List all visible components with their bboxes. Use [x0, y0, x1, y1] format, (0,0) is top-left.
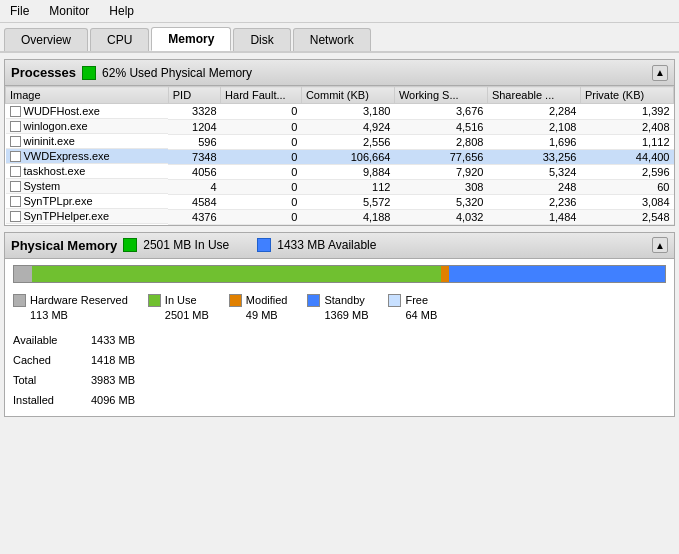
col-pid[interactable]: PID: [168, 87, 220, 104]
process-pid: 4: [168, 179, 220, 194]
phys-available-text: 1433 MB Available: [277, 238, 376, 252]
bar-hardware-reserved: [14, 266, 32, 282]
col-working[interactable]: Working S...: [394, 87, 487, 104]
table-row[interactable]: wininit.exe 596 0 2,556 2,808 1,696 1,11…: [6, 134, 674, 149]
stats-row: Cached 1418 MB: [13, 351, 135, 371]
bar-modified: [441, 266, 449, 282]
stats-label: Total: [13, 371, 83, 391]
process-name: SynTPLpr.exe: [24, 195, 93, 207]
col-shareable[interactable]: Shareable ...: [487, 87, 580, 104]
process-name: wininit.exe: [24, 135, 75, 147]
tab-overview[interactable]: Overview: [4, 28, 88, 51]
process-name: winlogon.exe: [24, 120, 88, 132]
legend-color-box: [13, 294, 26, 307]
process-commit: 9,884: [301, 164, 394, 179]
table-row[interactable]: WUDFHost.exe 3328 0 3,180 3,676 2,284 1,…: [6, 104, 674, 120]
process-hardfault: 0: [221, 179, 302, 194]
stats-label: Installed: [13, 391, 83, 411]
process-private: 2,596: [580, 164, 673, 179]
table-row[interactable]: SynTPLpr.exe 4584 0 5,572 5,320 2,236 3,…: [6, 194, 674, 209]
row-checkbox[interactable]: [10, 181, 21, 192]
process-shareable: 1,696: [487, 134, 580, 149]
physical-memory-section: Physical Memory 2501 MB In Use 1433 MB A…: [4, 232, 675, 418]
stats-row: Available 1433 MB: [13, 331, 135, 351]
process-hardfault: 0: [221, 164, 302, 179]
stats-label: Cached: [13, 351, 83, 371]
legend-item: Modified49 MB: [229, 293, 288, 324]
process-table-scroll[interactable]: Image PID Hard Fault... Commit (KB) Work…: [5, 86, 674, 225]
process-shareable: 5,324: [487, 164, 580, 179]
legend-item: In Use2501 MB: [148, 293, 209, 324]
memory-usage-text: 62% Used Physical Memory: [102, 66, 252, 80]
row-checkbox[interactable]: [10, 106, 21, 117]
process-private: 1,112: [580, 134, 673, 149]
memory-stats: Available 1433 MB Cached 1418 MB Total 3…: [5, 327, 674, 416]
process-private: 2,548: [580, 209, 673, 224]
process-table: Image PID Hard Fault... Commit (KB) Work…: [5, 86, 674, 225]
process-pid: 4376: [168, 209, 220, 224]
physical-memory-bar-container: [5, 259, 674, 289]
process-name: SynTPHelper.exe: [24, 210, 110, 222]
process-commit: 3,180: [301, 104, 394, 120]
memory-usage-indicator: [82, 66, 96, 80]
col-private[interactable]: Private (KB): [580, 87, 673, 104]
process-private: 3,084: [580, 194, 673, 209]
process-pid: 1204: [168, 119, 220, 134]
process-hardfault: 0: [221, 104, 302, 120]
row-checkbox[interactable]: [10, 211, 21, 222]
menu-help[interactable]: Help: [103, 2, 140, 20]
legend-label: Modified49 MB: [246, 293, 288, 324]
table-row[interactable]: VWDExpress.exe 7348 0 106,664 77,656 33,…: [6, 149, 674, 164]
phys-inuse-text: 2501 MB In Use: [143, 238, 229, 252]
process-hardfault: 0: [221, 119, 302, 134]
process-pid: 4584: [168, 194, 220, 209]
menu-file[interactable]: File: [4, 2, 35, 20]
col-image[interactable]: Image: [6, 87, 169, 104]
memory-legend: Hardware Reserved113 MB In Use2501 MB Mo…: [5, 289, 674, 328]
stats-value: 1433 MB: [91, 331, 135, 351]
table-row[interactable]: taskhost.exe 4056 0 9,884 7,920 5,324 2,…: [6, 164, 674, 179]
physical-memory-header: Physical Memory 2501 MB In Use 1433 MB A…: [5, 233, 674, 259]
table-row[interactable]: System 4 0 112 308 248 60: [6, 179, 674, 194]
process-hardfault: 0: [221, 149, 302, 164]
process-working: 3,676: [394, 104, 487, 120]
legend-color-box: [388, 294, 401, 307]
menu-monitor[interactable]: Monitor: [43, 2, 95, 20]
process-private: 1,392: [580, 104, 673, 120]
bar-in-use: [32, 266, 441, 282]
process-private: 60: [580, 179, 673, 194]
table-row[interactable]: winlogon.exe 1204 0 4,924 4,516 2,108 2,…: [6, 119, 674, 134]
process-working: 4,516: [394, 119, 487, 134]
row-checkbox[interactable]: [10, 196, 21, 207]
tab-memory[interactable]: Memory: [151, 27, 231, 51]
col-hardfault[interactable]: Hard Fault...: [221, 87, 302, 104]
phys-inuse-indicator: [123, 238, 137, 252]
row-checkbox[interactable]: [10, 151, 21, 162]
process-shareable: 33,256: [487, 149, 580, 164]
process-pid: 596: [168, 134, 220, 149]
menubar: File Monitor Help: [0, 0, 679, 23]
process-name: WUDFHost.exe: [24, 105, 100, 117]
legend-color-box: [229, 294, 242, 307]
legend-label: Standby1369 MB: [324, 293, 368, 324]
process-commit: 112: [301, 179, 394, 194]
process-hardfault: 0: [221, 209, 302, 224]
row-checkbox[interactable]: [10, 136, 21, 147]
processes-section: Processes 62% Used Physical Memory ▲ Ima…: [4, 59, 675, 226]
processes-title: Processes: [11, 65, 76, 80]
row-checkbox[interactable]: [10, 166, 21, 177]
physical-memory-collapse-button[interactable]: ▲: [652, 237, 668, 253]
tab-cpu[interactable]: CPU: [90, 28, 149, 51]
legend-color-box: [307, 294, 320, 307]
processes-collapse-button[interactable]: ▲: [652, 65, 668, 81]
process-commit: 4,924: [301, 119, 394, 134]
physical-memory-title: Physical Memory: [11, 238, 117, 253]
physical-memory-bar: [13, 265, 666, 283]
tab-network[interactable]: Network: [293, 28, 371, 51]
tab-disk[interactable]: Disk: [233, 28, 290, 51]
stats-value: 1418 MB: [91, 351, 135, 371]
row-checkbox[interactable]: [10, 121, 21, 132]
col-commit[interactable]: Commit (KB): [301, 87, 394, 104]
stats-row: Total 3983 MB: [13, 371, 135, 391]
table-row[interactable]: SynTPHelper.exe 4376 0 4,188 4,032 1,484…: [6, 209, 674, 224]
